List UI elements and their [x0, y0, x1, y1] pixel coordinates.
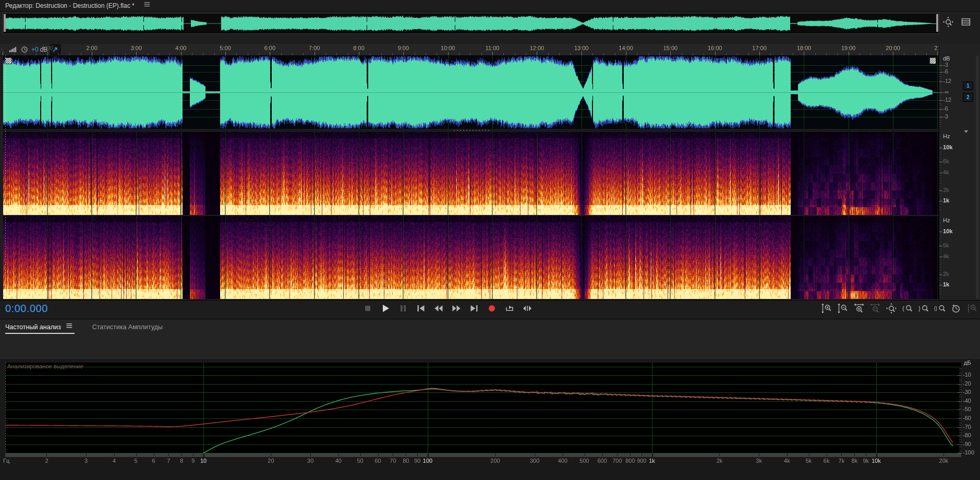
- channel-1-button[interactable]: 1: [963, 81, 973, 90]
- vertical-scrollbar[interactable]: [976, 55, 979, 299]
- ruler-tick: [759, 52, 760, 55]
- zoom-in-horizontal-button[interactable]: [853, 303, 865, 314]
- scale-tick: [939, 265, 941, 265]
- play-button[interactable]: [380, 303, 391, 314]
- loop-playback-button[interactable]: [504, 303, 515, 314]
- playhead-line[interactable]: [5, 55, 6, 299]
- current-time-display[interactable]: 0:00.000: [5, 303, 48, 315]
- scale-tick: [939, 165, 941, 165]
- chart-x-tick-label: 300: [530, 458, 539, 464]
- go-end-button[interactable]: [468, 303, 480, 314]
- chart-x-tick-label: 6: [152, 458, 155, 464]
- overview-handle-right[interactable]: [936, 14, 938, 32]
- zoom-in-vertical-button[interactable]: [821, 303, 832, 314]
- scale-tick: [939, 223, 941, 223]
- overview-handle-left[interactable]: [4, 14, 6, 32]
- tab-frequency-analysis[interactable]: Частотный анализ: [5, 319, 75, 334]
- chart-y-tick-label: -20: [963, 380, 971, 387]
- scale-tick: [939, 66, 941, 66]
- svg-text:{: {: [902, 305, 904, 311]
- spectrogram-channel-1-canvas[interactable]: [3, 132, 939, 215]
- scale-tick: [939, 99, 941, 100]
- zoom-out-horizontal-button[interactable]: [869, 303, 881, 314]
- chart-x-tick-label: 900: [637, 458, 646, 464]
- hz-scale-value: 6k: [943, 242, 949, 248]
- scale-tick: [939, 196, 941, 197]
- spectrogram-channel-2-canvas[interactable]: [3, 216, 939, 299]
- ruler-time-label: 12:00: [530, 45, 545, 51]
- overview-waveform-canvas[interactable]: [4, 15, 938, 32]
- ruler-tick: [937, 52, 938, 55]
- ruler-tick: [804, 52, 804, 55]
- ruler-tick: [492, 52, 493, 55]
- fast-forward-button[interactable]: [451, 303, 462, 314]
- scale-tick: [939, 76, 941, 77]
- restore-time-button[interactable]: [950, 303, 962, 314]
- chart-x-tick-label: 400: [558, 458, 567, 464]
- zoom-out-point-button[interactable]: }: [918, 303, 929, 314]
- tab-label: Частотный анализ: [5, 323, 61, 331]
- hz-scale-heading: Hz: [943, 217, 950, 223]
- scale-tick: [939, 191, 941, 191]
- chart-x-tick-label: 40: [335, 458, 342, 464]
- chart-selection-label: Анализированое выделение: [7, 363, 83, 369]
- timeline-ruler[interactable]: +0 dB 1:002:003:004:005:006:007:008:009:…: [0, 44, 939, 56]
- panel-grip-top-right[interactable]: [929, 57, 936, 64]
- scale-collapse-arrow-icon[interactable]: [962, 127, 972, 139]
- scale-tick: [939, 207, 941, 207]
- scale-tick: [939, 97, 941, 98]
- scale-tick: [939, 116, 941, 116]
- ruler-time-label: 1:00: [42, 45, 53, 51]
- scale-tick: [939, 291, 941, 291]
- scale-tick: [939, 87, 941, 87]
- scale-tick: [939, 101, 941, 102]
- meter-bars-icon[interactable]: [8, 44, 18, 55]
- db-scale-value: -12: [943, 78, 951, 84]
- channel-2-button[interactable]: 2: [963, 93, 973, 102]
- pause-button[interactable]: [397, 303, 409, 314]
- panel-layout-button[interactable]: [960, 17, 972, 27]
- tab-amplitude-statistics[interactable]: Статистика Амплитуды: [92, 319, 163, 334]
- scale-tick: [939, 209, 941, 210]
- zoom-reset-button[interactable]: [942, 17, 954, 27]
- scale-tick: [939, 190, 942, 191]
- skip-selection-button[interactable]: [522, 303, 533, 314]
- scale-tick: [939, 275, 941, 275]
- clock-icon[interactable]: [20, 44, 29, 55]
- scale-tick: [939, 68, 941, 68]
- scale-tick: [939, 274, 942, 275]
- scale-tick: [939, 220, 941, 221]
- chart-y-axis-unit: дБ: [964, 359, 971, 366]
- scale-tick: [939, 64, 941, 64]
- ruler-tick: [181, 52, 182, 55]
- chart-x-tick-label: 500: [579, 458, 589, 464]
- panel-menu-icon[interactable]: [143, 0, 152, 11]
- hz-scale-value: 4k: [943, 169, 949, 175]
- ruler-time-label: 13:00: [574, 45, 589, 51]
- scale-tick: [939, 81, 942, 82]
- zoom-in-point-button[interactable]: {: [902, 303, 913, 314]
- stop-button[interactable]: [362, 303, 373, 314]
- panel-grip-top-left[interactable]: [5, 57, 12, 64]
- zoom-selection-button[interactable]: {}: [934, 303, 946, 314]
- file-overview-strip[interactable]: [3, 14, 939, 33]
- chart-x-tick-label: 90: [414, 458, 420, 464]
- zoom-amplitude-button[interactable]: [966, 303, 978, 314]
- record-button[interactable]: [486, 303, 498, 314]
- tab-label: Статистика Амплитуды: [92, 323, 163, 331]
- panel-menu-icon[interactable]: [65, 321, 75, 332]
- main-waveform-canvas[interactable]: [3, 55, 939, 129]
- scale-tick: [939, 285, 941, 286]
- hz-scale-value: 2k: [943, 271, 949, 277]
- chart-x-tick-label: 3k: [756, 458, 762, 464]
- scale-tick: [939, 157, 941, 158]
- ruler-time-label: 14:00: [619, 45, 633, 51]
- chart-x-tick-label: 100: [423, 458, 432, 464]
- zoom-reset-button[interactable]: [886, 303, 897, 314]
- scale-tick: [939, 92, 942, 93]
- rewind-button[interactable]: [433, 303, 444, 314]
- hz-scale-value: 1k: [943, 281, 949, 287]
- db-scale-value: -∞: [943, 89, 949, 95]
- go-start-button[interactable]: [415, 303, 427, 314]
- zoom-out-vertical-button[interactable]: [837, 303, 849, 314]
